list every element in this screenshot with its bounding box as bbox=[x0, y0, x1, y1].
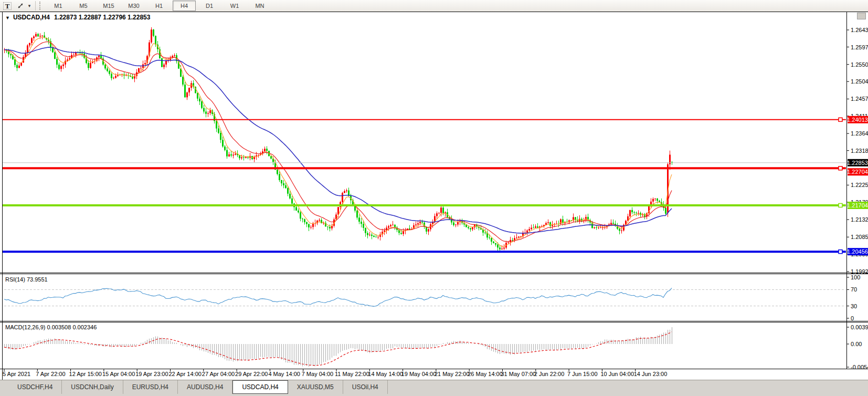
svg-text:1.26430: 1.26430 bbox=[851, 27, 868, 33]
chart-menu-icon[interactable]: ▼ bbox=[5, 15, 10, 20]
svg-text:7 Jun 15:00: 7 Jun 15:00 bbox=[567, 371, 598, 377]
svg-text:19 May 04:00: 19 May 04:00 bbox=[401, 371, 437, 377]
svg-text:7 May 04:00: 7 May 04:00 bbox=[302, 371, 334, 377]
svg-text:0.003936: 0.003936 bbox=[851, 324, 868, 330]
svg-text:15 Apr 04:00: 15 Apr 04:00 bbox=[102, 371, 135, 377]
timeframe-button-h4[interactable]: H4 bbox=[173, 1, 196, 11]
dropdown-caret-icon[interactable]: ▾ bbox=[26, 3, 33, 8]
top-toolbar: T ▾ M1M5M15M30H1H4D1W1MN bbox=[0, 0, 868, 12]
rsi-label: RSI(14) 73.9551 bbox=[5, 276, 48, 283]
macd-label: MACD(12,26,9) 0.003508 0.002346 bbox=[5, 324, 97, 330]
timeframe-button-m15[interactable]: M15 bbox=[97, 1, 120, 11]
price-axis-label: 1.20456 bbox=[847, 248, 868, 255]
svg-text:5 Apr 2021: 5 Apr 2021 bbox=[3, 371, 30, 377]
svg-text:14 Jun 23:00: 14 Jun 23:00 bbox=[634, 371, 668, 377]
chart-symbol-period: USDCAD,H4 bbox=[13, 14, 50, 21]
svg-text:4 May 14:00: 4 May 14:00 bbox=[268, 371, 300, 377]
svg-text:12 Apr 15:00: 12 Apr 15:00 bbox=[69, 371, 102, 377]
svg-text:31 May 07:00: 31 May 07:00 bbox=[501, 371, 536, 377]
svg-text:30: 30 bbox=[851, 303, 857, 309]
svg-text:1.24570: 1.24570 bbox=[851, 96, 868, 102]
svg-text:11 May 22:00: 11 May 22:00 bbox=[335, 371, 369, 377]
svg-text:1.23180: 1.23180 bbox=[851, 148, 868, 154]
svg-text:1.22250: 1.22250 bbox=[851, 182, 868, 188]
symbol-tab-eurusd-h4[interactable]: EURUSD,H4 bbox=[123, 380, 178, 394]
chart-window[interactable]: 1.264301.259701.255001.250401.245701.241… bbox=[0, 0, 868, 396]
svg-text:10 Jun 04:00: 10 Jun 04:00 bbox=[600, 371, 634, 377]
svg-text:22 Apr 14:00: 22 Apr 14:00 bbox=[169, 371, 202, 377]
timeframe-button-m5[interactable]: M5 bbox=[72, 1, 95, 11]
svg-text:100: 100 bbox=[851, 274, 860, 280]
symbol-tab-usdcnh-daily[interactable]: USDCNH,Daily bbox=[62, 380, 123, 394]
svg-text:70: 70 bbox=[851, 286, 857, 293]
price-axis-label: 1.22853 bbox=[847, 159, 868, 166]
price-axis-label: 1.24013 bbox=[847, 116, 868, 123]
arrows-tool-icon bbox=[17, 2, 24, 9]
svg-text:1.25970: 1.25970 bbox=[851, 44, 868, 50]
svg-text:1.25500: 1.25500 bbox=[851, 61, 868, 68]
svg-text:-0.00547: -0.00547 bbox=[851, 364, 868, 370]
svg-text:29 Apr 22:00: 29 Apr 22:00 bbox=[235, 371, 268, 377]
price-axis-label: 1.21704 bbox=[847, 202, 868, 209]
svg-text:2 Jun 22:00: 2 Jun 22:00 bbox=[534, 371, 565, 377]
svg-text:1.20850: 1.20850 bbox=[851, 234, 868, 240]
svg-text:0: 0 bbox=[851, 315, 854, 321]
toolbar-grip bbox=[39, 2, 43, 10]
svg-text:1.24013: 1.24013 bbox=[847, 117, 868, 123]
timeframe-buttons: M1M5M15M30H1H4D1W1MN bbox=[46, 0, 272, 12]
chart-canvas[interactable]: 1.264301.259701.255001.250401.245701.241… bbox=[0, 0, 868, 396]
chart-title: ▼USDCAD,H41.22873 1.22887 1.22796 1.2285… bbox=[5, 14, 150, 21]
svg-text:26 May 14:00: 26 May 14:00 bbox=[468, 371, 503, 377]
symbol-tab-usoil-h4[interactable]: USOil,H4 bbox=[343, 380, 388, 394]
chart-tabs-bar: USDCHF,H4USDCNH,DailyEURUSD,H4AUDUSD,H4U… bbox=[0, 380, 868, 394]
svg-text:1.23640: 1.23640 bbox=[851, 130, 868, 137]
svg-text:1.21320: 1.21320 bbox=[851, 216, 868, 223]
timeframe-button-mn[interactable]: MN bbox=[248, 1, 271, 11]
symbol-tab-usdcad-h4[interactable]: USDCAD,H4 bbox=[232, 380, 288, 394]
chart-scroll-button[interactable] bbox=[857, 13, 866, 19]
svg-text:1.21704: 1.21704 bbox=[847, 202, 868, 209]
text-tool-button[interactable]: T bbox=[2, 1, 13, 11]
svg-text:7 Apr 22:00: 7 Apr 22:00 bbox=[36, 371, 65, 377]
timeframe-button-m1[interactable]: M1 bbox=[47, 1, 70, 11]
timeframe-button-d1[interactable]: D1 bbox=[198, 1, 221, 11]
timeframe-button-w1[interactable]: W1 bbox=[223, 1, 246, 11]
text-tool-icon: T bbox=[3, 2, 12, 10]
symbol-tab-usdchf-h4[interactable]: USDCHF,H4 bbox=[8, 380, 62, 394]
svg-text:21 May 22:00: 21 May 22:00 bbox=[435, 371, 470, 377]
svg-text:27 Apr 04:00: 27 Apr 04:00 bbox=[202, 371, 235, 377]
timeframe-button-m30[interactable]: M30 bbox=[122, 1, 145, 11]
svg-text:1.22853: 1.22853 bbox=[847, 160, 868, 166]
timeframe-button-h1[interactable]: H1 bbox=[147, 1, 171, 11]
svg-text:1.25040: 1.25040 bbox=[851, 78, 868, 85]
arrows-tool-button[interactable] bbox=[15, 1, 26, 11]
symbol-tab-xauusd-m5[interactable]: XAUUSD,M5 bbox=[288, 380, 343, 394]
price-axis-label: 1.22704 bbox=[847, 168, 868, 175]
chart-ohlc-values: 1.22873 1.22887 1.22796 1.22853 bbox=[54, 14, 151, 21]
svg-text:19 Apr 23:00: 19 Apr 23:00 bbox=[135, 371, 168, 377]
toolbar-separator bbox=[35, 1, 36, 11]
symbol-tab-audusd-h4[interactable]: AUDUSD,H4 bbox=[178, 380, 232, 394]
svg-text:1.20456: 1.20456 bbox=[847, 248, 868, 255]
svg-text:0.00: 0.00 bbox=[851, 341, 862, 347]
svg-text:1.22704: 1.22704 bbox=[847, 169, 868, 175]
svg-text:14 May 14:00: 14 May 14:00 bbox=[368, 371, 403, 377]
